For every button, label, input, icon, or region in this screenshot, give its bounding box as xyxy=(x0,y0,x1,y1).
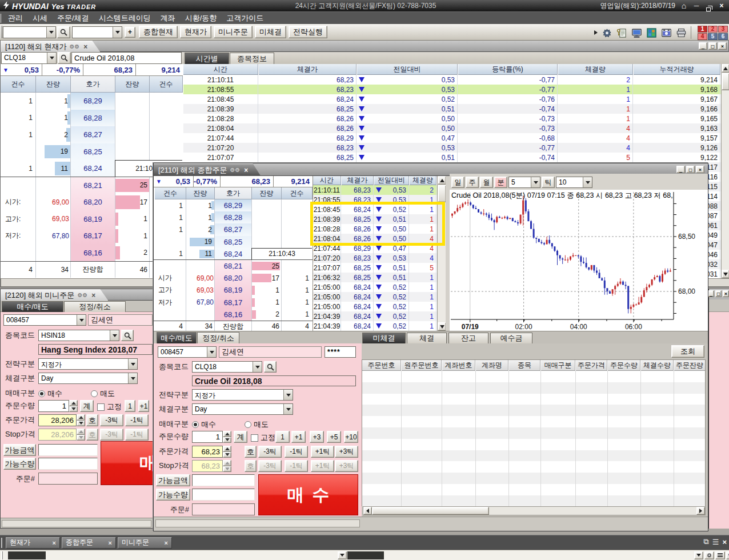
w2120-stop-spinner[interactable] xyxy=(77,429,85,441)
tape-vscroll-thumb[interactable] xyxy=(722,73,729,90)
chevron-down-icon[interactable] xyxy=(47,53,56,63)
settings-gear-icon[interactable] xyxy=(602,27,612,38)
toolbar-button-4[interactable]: 전략실행 xyxy=(289,26,327,38)
chart-tick-combo-arrow[interactable] xyxy=(583,177,592,187)
statusbar-grip[interactable] xyxy=(1,551,3,559)
w2120-qty-add-button-1[interactable]: +1 xyxy=(138,400,149,412)
w2120-avail-qty-field[interactable] xyxy=(38,458,98,470)
w2110-minimize-button[interactable]: _ xyxy=(676,166,685,173)
chart-tick-combo[interactable]: 10 xyxy=(556,177,592,188)
orders-hscroll-left-button[interactable] xyxy=(363,507,372,515)
w1120-title-tab[interactable]: [1120] 해외 현재가 ⚙⚙ × xyxy=(1,41,100,52)
w2110-link-icon[interactable]: ⚙⚙ xyxy=(230,167,240,173)
w2120-account-combo-arrow[interactable] xyxy=(77,315,86,325)
w2120-side-sell-radio[interactable]: 매도 xyxy=(91,389,115,399)
book-bid-price[interactable]: 68,16 xyxy=(215,309,251,321)
toolbar-expand-icon[interactable] xyxy=(594,30,598,35)
book-bid-price[interactable]: 68,20 xyxy=(71,194,115,211)
book-ask-price[interactable]: 68,29 xyxy=(215,199,251,211)
tape-scroll-up-button[interactable] xyxy=(438,176,446,185)
menu-item-2[interactable]: 주문/체결 xyxy=(53,13,94,23)
spin-up[interactable] xyxy=(77,429,85,435)
toolbar-button-2[interactable]: 미니주문 xyxy=(214,26,253,38)
tape-vscrollbar[interactable] xyxy=(437,176,446,331)
chevron-down-icon[interactable] xyxy=(113,27,122,38)
virtual-screen-4[interactable]: 4 xyxy=(698,33,707,40)
w2120-strategy-combo-arrow[interactable] xyxy=(128,359,137,369)
menubar-grip[interactable] xyxy=(1,14,2,23)
virtual-screen-5[interactable]: 5 xyxy=(708,33,718,40)
w2110-result-tab-2[interactable]: 잔고 xyxy=(448,333,488,343)
virtual-screen-1[interactable]: 1 xyxy=(698,26,707,33)
w2110-form-hscrollbar[interactable] xyxy=(155,519,360,527)
minimize-button[interactable]: ─ xyxy=(692,2,700,10)
virtual-screen-3[interactable]: 3 xyxy=(718,26,728,33)
book-bid-price[interactable]: 68,21 xyxy=(71,177,115,194)
spin-down[interactable] xyxy=(69,406,78,413)
orders-hscroll-thumb[interactable] xyxy=(372,507,489,515)
toolbar-grip[interactable] xyxy=(1,26,2,38)
w1120-maximize-button[interactable]: □ xyxy=(708,42,717,50)
chart-period-button-0[interactable]: 일 xyxy=(451,177,464,188)
w2120-hscrollbar[interactable] xyxy=(2,520,151,527)
w2120-avail-qty-button[interactable]: 가능수량 xyxy=(3,458,36,470)
w2110-title-tab[interactable]: [2110] 해외 종합주문 ⚙⚙ × xyxy=(154,163,261,176)
book-ask-price[interactable]: 68,24 xyxy=(215,248,251,260)
monitor-icon[interactable] xyxy=(631,27,642,38)
book-bid-price[interactable]: 68,21 xyxy=(215,260,251,272)
price-chart[interactable]: 68,5068,0007/1902:0004:0006:00Crude Oil … xyxy=(450,190,708,331)
w2110-splitter[interactable] xyxy=(446,176,450,331)
book-bid-price[interactable]: 68,16 xyxy=(71,245,115,262)
book-bid-price[interactable]: 68,19 xyxy=(71,211,115,228)
w2120-avail-amount-button[interactable]: 가능금액 xyxy=(3,444,36,456)
spin-up[interactable] xyxy=(77,414,85,421)
spin-up[interactable] xyxy=(69,400,78,406)
book-bid-price[interactable]: 68,19 xyxy=(215,284,251,296)
w2120-price-quote-button[interactable]: 호 xyxy=(86,414,98,426)
capture-camera-icon[interactable] xyxy=(661,27,672,38)
w1120-minimize-button[interactable]: _ xyxy=(699,42,707,50)
chart-period-button-2[interactable]: 월 xyxy=(480,177,493,188)
w2120-price-spinner[interactable] xyxy=(77,414,85,426)
w2120-price-tick-button-0[interactable]: -3틱 xyxy=(100,414,123,426)
book-ask-price[interactable]: 68,24 xyxy=(71,160,115,177)
w2110-order-tab-1[interactable]: 정정/취소 xyxy=(197,332,239,343)
chevron-down-icon[interactable] xyxy=(46,27,55,38)
taskbar-tab-2[interactable]: 미니주문× xyxy=(118,537,172,549)
w2110-close-icon[interactable]: × xyxy=(244,166,248,174)
book-bid-price[interactable]: 68,17 xyxy=(71,227,115,245)
menu-item-1[interactable]: 시세 xyxy=(28,13,52,23)
w1120-symbol-search-button[interactable] xyxy=(58,52,71,64)
virtual-screen-6[interactable]: 6 xyxy=(718,33,728,40)
w1120-link-icon[interactable]: ⚙⚙ xyxy=(69,43,79,50)
chart-period-button-3[interactable]: 분 xyxy=(494,177,507,188)
tape-scroll-up-button[interactable] xyxy=(722,64,729,73)
taskbar-grip[interactable] xyxy=(1,538,3,548)
w1120-symbol-combo[interactable]: CLQ18 xyxy=(1,52,57,64)
w2120-price-tick-button-1[interactable]: -1틱 xyxy=(125,414,149,426)
menu-item-6[interactable]: 고객가이드 xyxy=(222,13,268,23)
w2120-qty-total-button[interactable]: 계 xyxy=(80,400,94,412)
orders-hscroll-right-button[interactable] xyxy=(696,507,705,515)
close-button[interactable]: × xyxy=(718,2,726,10)
book-ask-price[interactable]: 68,25 xyxy=(215,236,251,248)
search-button[interactable] xyxy=(57,26,70,38)
w2110-close-button[interactable]: × xyxy=(696,166,704,173)
tape-scroll-down-button[interactable] xyxy=(722,270,729,278)
taskbar-tab-0[interactable]: 현재가× xyxy=(6,537,60,549)
home-icon[interactable]: ⌂ xyxy=(680,1,688,10)
menu-item-5[interactable]: 시황/동향 xyxy=(181,13,222,23)
menu-item-3[interactable]: 시스템트레이딩 xyxy=(94,13,155,23)
order-log-icon[interactable] xyxy=(616,27,627,38)
tape-vscroll-thumb[interactable] xyxy=(438,185,446,202)
w2120-qty-spinner[interactable] xyxy=(69,400,78,412)
menu-item-0[interactable]: 관리 xyxy=(3,13,27,23)
cascade-windows-icon[interactable]: ⧉ xyxy=(703,537,708,546)
chart-tick-button[interactable]: 틱 xyxy=(542,177,555,188)
book-ask-price[interactable]: 68,25 xyxy=(71,143,115,161)
w2120-tif-combo-arrow[interactable] xyxy=(128,373,137,383)
spin-down[interactable] xyxy=(77,421,85,427)
book-ask-price[interactable]: 68,28 xyxy=(71,110,115,127)
w2110-result-tab-0[interactable]: 미체결 xyxy=(362,333,406,343)
taskbar-tab-1[interactable]: 종합주문× xyxy=(62,537,116,549)
